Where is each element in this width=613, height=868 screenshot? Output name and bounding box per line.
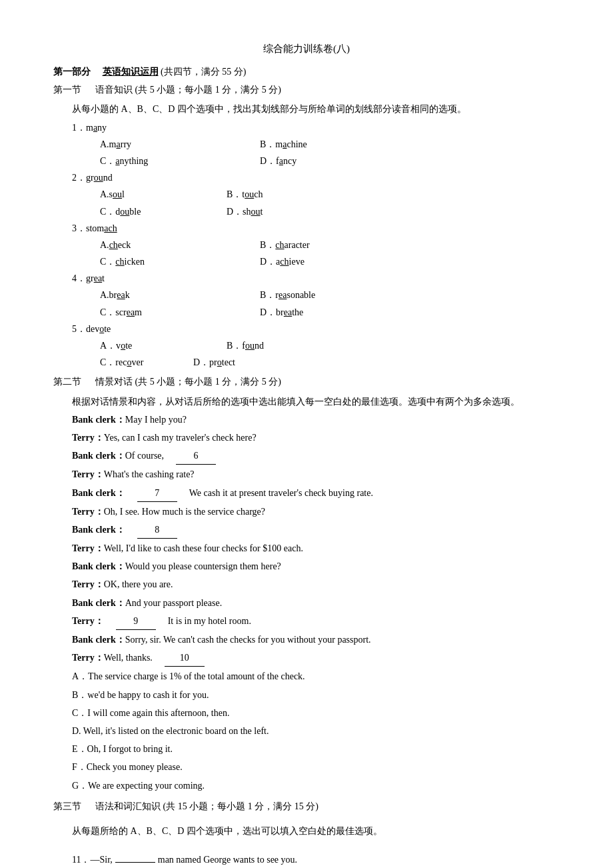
section3-instruction: 从每题所给的 A、B、C、D 四个选项中，选出可以填入空白处的最佳选项。 bbox=[72, 823, 560, 839]
q4-option-b: B．reasonable bbox=[260, 287, 406, 303]
q5-option-a: A．vote bbox=[100, 337, 220, 354]
q11: 11．—Sir,man named George wants to see yo… bbox=[72, 851, 560, 868]
q4-option-d: D．breathe bbox=[260, 304, 406, 321]
q1-options: A.marry B．machine bbox=[100, 136, 560, 153]
q2-option-d: D．shout bbox=[227, 203, 346, 220]
choice-f: F．Check you money please. bbox=[72, 759, 560, 775]
dialog-line-10: Terry：OK, there you are. bbox=[72, 576, 560, 593]
dialog-line-14: Terry：Well, thanks. 10 bbox=[72, 649, 560, 667]
q3-option-c: C．chicken bbox=[100, 253, 247, 270]
part1-name: 英语知识运用 bbox=[93, 67, 159, 77]
choice-d: D. Well, it's listed on the electronic b… bbox=[72, 723, 560, 739]
part1-desc: (共四节，满分 55 分) bbox=[161, 67, 246, 77]
section2-desc: (共 5 小题；每小题 1 分，满分 5 分) bbox=[135, 377, 281, 387]
q1-option-d: D．fancy bbox=[260, 153, 406, 169]
part1-header: 第一部分 英语知识运用 (共四节，满分 55 分) bbox=[53, 63, 560, 80]
dialog-line-4: Terry：What's the cashing rate? bbox=[72, 466, 560, 483]
page-title: 综合能力训练卷(八) bbox=[53, 40, 560, 58]
q1-option-a: A.marry bbox=[100, 136, 247, 153]
part1-label: 第一部分 bbox=[53, 67, 91, 77]
section1-name: 语音知识 bbox=[95, 85, 133, 95]
dialog-line-5: Bank clerk： 7 We cash it at present trav… bbox=[72, 485, 560, 502]
q2-options: A.soul B．touch bbox=[100, 186, 560, 203]
dialog-line-13: Bank clerk：Sorry, sir. We can't cash the… bbox=[72, 631, 560, 648]
section3-name: 语法和词汇知识 bbox=[95, 801, 161, 811]
q5-option-c: C．recover bbox=[100, 354, 187, 371]
choice-c: C．I will come again this afternoon, then… bbox=[72, 705, 560, 721]
q2-option-c: C．double bbox=[100, 203, 220, 220]
dialog-line-6: Terry：Oh, I see. How much is the service… bbox=[72, 503, 560, 520]
q3-option-b: B．character bbox=[260, 237, 406, 253]
dialog-line-1: Bank clerk：May I help you? bbox=[72, 411, 560, 428]
dialog-line-9: Bank clerk：Would you please countersign … bbox=[72, 558, 560, 575]
section3-desc: (共 15 小题；每小题 1 分，满分 15 分) bbox=[163, 801, 318, 811]
q1-options-cd: C．anything D．fancy bbox=[100, 153, 560, 169]
dialog: Bank clerk：May I help you? Terry：Yes, ca… bbox=[53, 411, 560, 667]
q5-option-d: D．protect bbox=[193, 354, 235, 371]
q3-option-a: A.check bbox=[100, 237, 247, 253]
q3-option-d: D．achieve bbox=[260, 253, 406, 270]
q2-options-cd: C．double D．shout bbox=[100, 203, 560, 220]
q2-option-a: A.soul bbox=[100, 186, 220, 203]
q5-options-cd: C．recover D．protect bbox=[100, 354, 560, 371]
section1-instruction: 从每小题的 A、B、C、D 四个选项中，找出其划线部分与所给单词的划线部分读音相… bbox=[72, 101, 560, 117]
dialog-line-7: Bank clerk： 8 bbox=[72, 521, 560, 539]
dialog-line-11: Bank clerk：And your passport please. bbox=[72, 595, 560, 611]
section1-desc: (共 5 小题；每小题 1 分，满分 5 分) bbox=[135, 85, 281, 95]
choice-b: B．we'd be happy to cash it for you. bbox=[72, 687, 560, 703]
q1-option-c: C．anything bbox=[100, 153, 247, 169]
q3-options: A.check B．character bbox=[100, 237, 560, 253]
choice-list: A．The service charge is 1% of the total … bbox=[72, 668, 560, 793]
dialog-line-2: Terry：Yes, can I cash my traveler's chec… bbox=[72, 429, 560, 446]
section1-header: 第一节 语音知识 (共 5 小题；每小题 1 分，满分 5 分) bbox=[53, 81, 560, 98]
q4-option-c: C．scream bbox=[100, 304, 247, 321]
section2-instruction: 根据对话情景和内容，从对话后所给的选项中选出能填入每一空白处的最佳选项。选项中有… bbox=[72, 393, 560, 410]
section2-header: 第二节 情景对话 (共 5 小题；每小题 1 分，满分 5 分) bbox=[53, 373, 560, 390]
choice-g: G．We are expecting your coming. bbox=[72, 777, 560, 794]
q4-word: 4．great bbox=[72, 270, 560, 287]
choice-e: E．Oh, I forgot to bring it. bbox=[72, 741, 560, 757]
q3-options-cd: C．chicken D．achieve bbox=[100, 253, 560, 270]
q4-options: A.break B．reasonable bbox=[100, 287, 560, 303]
section2-name: 情景对话 bbox=[95, 377, 133, 387]
dialog-line-8: Terry：Well, I'd like to cash these four … bbox=[72, 540, 560, 557]
dialog-line-12: Terry： 9 It is in my hotel room. bbox=[72, 613, 560, 630]
choice-a: A．The service charge is 1% of the total … bbox=[72, 668, 560, 685]
section1-label: 第一节 bbox=[53, 85, 81, 95]
q1-word: 1．many bbox=[72, 119, 560, 136]
dialog-line-3: Bank clerk：Of course, 6 bbox=[72, 447, 560, 465]
q2-word: 2．ground bbox=[72, 169, 560, 186]
q3-word: 3．stomach bbox=[72, 220, 560, 237]
q1-option-b: B．machine bbox=[260, 136, 406, 153]
q4-option-a: A.break bbox=[100, 287, 247, 303]
q4-options-cd: C．scream D．breathe bbox=[100, 304, 560, 321]
q5-options: A．vote B．found bbox=[100, 337, 560, 354]
section3-label: 第三节 bbox=[53, 801, 81, 811]
section2-label: 第二节 bbox=[53, 377, 81, 387]
section3-header: 第三节 语法和词汇知识 (共 15 小题；每小题 1 分，满分 15 分) bbox=[53, 798, 560, 815]
q5-word: 5．devote bbox=[72, 321, 560, 337]
q2-option-b: B．touch bbox=[227, 186, 346, 203]
q5-option-b: B．found bbox=[227, 337, 346, 354]
section1-spacer bbox=[84, 85, 93, 95]
